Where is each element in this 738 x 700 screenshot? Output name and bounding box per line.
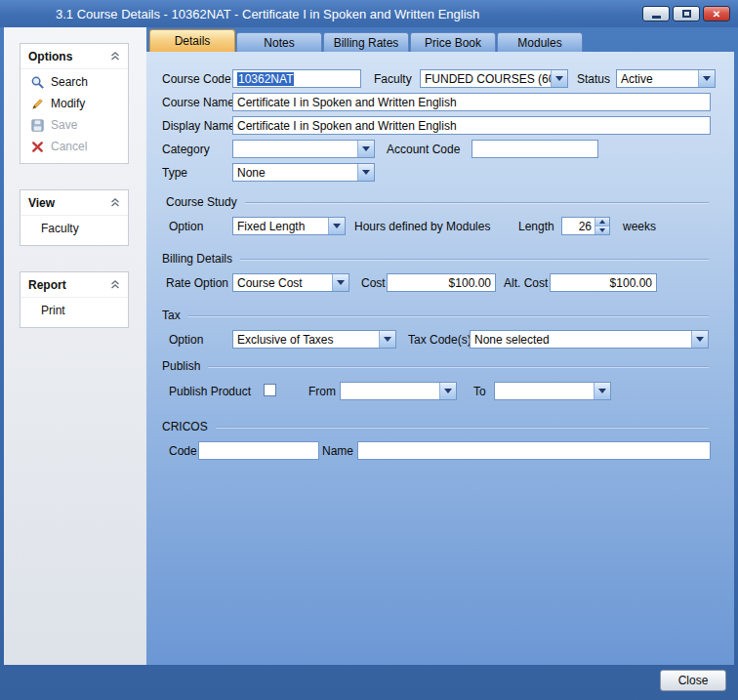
alt-cost-input[interactable]: $100.00 bbox=[550, 273, 657, 292]
sidebar-item-cancel[interactable]: Cancel bbox=[20, 136, 128, 157]
tab-label: Notes bbox=[264, 36, 294, 50]
dropdown-arrow-icon[interactable] bbox=[439, 383, 456, 399]
dropdown-arrow-icon[interactable] bbox=[357, 141, 374, 157]
tab-label: Modules bbox=[517, 36, 561, 50]
window-controls: ✕ bbox=[642, 6, 730, 21]
length-label: Length bbox=[518, 220, 554, 233]
tax-option-select[interactable]: Exclusive of Taxes bbox=[232, 330, 396, 349]
alt-cost-value: $100.00 bbox=[610, 276, 652, 290]
view-panel-header[interactable]: View bbox=[20, 190, 128, 216]
tax-section-header: Tax bbox=[162, 309, 709, 322]
maximize-button[interactable] bbox=[673, 6, 700, 21]
publish-product-label: Publish Product bbox=[169, 385, 251, 398]
cricos-code-label: Code bbox=[169, 444, 197, 458]
details-tab-content: Course Code 10362NAT Faculty FUNDED COUR… bbox=[146, 52, 734, 665]
tab-details[interactable]: Details bbox=[149, 29, 235, 52]
stepper-down-icon[interactable] bbox=[595, 226, 609, 234]
save-icon bbox=[30, 118, 45, 133]
window-title: 3.1 Course Details - 10362NAT - Certific… bbox=[56, 7, 479, 21]
publish-to-label: To bbox=[473, 385, 486, 398]
faculty-select[interactable]: FUNDED COURSES (6003) bbox=[420, 69, 568, 88]
faculty-value: FUNDED COURSES (6003) bbox=[421, 70, 551, 87]
dropdown-arrow-icon[interactable] bbox=[691, 331, 708, 348]
status-value: Active bbox=[617, 70, 698, 87]
rate-option-label: Rate Option bbox=[166, 276, 228, 290]
stepper-buttons bbox=[594, 218, 609, 234]
sidebar-item-search[interactable]: Search bbox=[20, 71, 128, 93]
dropdown-arrow-icon[interactable] bbox=[698, 70, 715, 87]
title-bar: 3.1 Course Details - 10362NAT - Certific… bbox=[0, 0, 738, 27]
display-name-input[interactable]: Certificate I in Spoken and Written Engl… bbox=[232, 116, 711, 135]
cost-input[interactable]: $100.00 bbox=[387, 273, 496, 292]
stepper-up-icon[interactable] bbox=[595, 218, 609, 226]
publish-from-select[interactable] bbox=[340, 382, 457, 400]
tab-modules[interactable]: Modules bbox=[497, 32, 583, 52]
sidebar-item-save[interactable]: Save bbox=[20, 114, 128, 136]
type-select[interactable]: None bbox=[232, 163, 375, 182]
tax-codes-label: Tax Code(s) bbox=[408, 333, 472, 347]
section-rule bbox=[240, 259, 709, 260]
tab-label: Billing Rates bbox=[334, 36, 399, 50]
category-select[interactable] bbox=[232, 140, 375, 158]
sidebar: Options Search Modify bbox=[4, 27, 146, 665]
dropdown-arrow-icon[interactable] bbox=[332, 274, 348, 291]
tab-billing-rates[interactable]: Billing Rates bbox=[323, 32, 409, 52]
collapse-chevron-icon[interactable] bbox=[110, 280, 120, 289]
rate-option-select[interactable]: Course Cost bbox=[232, 273, 349, 292]
course-study-option-select[interactable]: Fixed Length bbox=[232, 217, 346, 235]
tax-option-label: Option bbox=[169, 333, 203, 347]
dropdown-arrow-icon[interactable] bbox=[357, 164, 374, 181]
publish-to-select[interactable] bbox=[494, 382, 611, 400]
tab-price-book[interactable]: Price Book bbox=[410, 32, 496, 52]
report-panel-title: Report bbox=[28, 278, 66, 292]
sidebar-item-faculty[interactable]: Faculty bbox=[20, 218, 128, 239]
cost-label: Cost bbox=[361, 276, 386, 290]
tab-notes[interactable]: Notes bbox=[236, 32, 322, 52]
course-code-value: 10362NAT bbox=[237, 72, 294, 86]
report-panel-body: Print bbox=[20, 298, 128, 327]
publish-product-checkbox[interactable] bbox=[264, 384, 276, 396]
cricos-section-header: CRICOS bbox=[162, 420, 709, 433]
search-icon bbox=[30, 75, 45, 90]
report-panel-header[interactable]: Report bbox=[20, 272, 128, 298]
status-select[interactable]: Active bbox=[616, 69, 716, 88]
course-name-input[interactable]: Certificate I in Spoken and Written Engl… bbox=[232, 93, 711, 111]
publish-from-label: From bbox=[308, 385, 336, 398]
course-name-value: Certificate I in Spoken and Written Engl… bbox=[237, 96, 457, 109]
dropdown-arrow-icon[interactable] bbox=[328, 218, 345, 234]
section-rule bbox=[216, 427, 709, 428]
section-rule bbox=[245, 202, 709, 203]
close-button[interactable]: Close bbox=[660, 670, 726, 691]
account-code-input[interactable] bbox=[472, 140, 598, 158]
sidebar-item-print[interactable]: Print bbox=[20, 300, 128, 321]
tab-strip: Details Notes Billing Rates Price Book M… bbox=[146, 27, 734, 52]
view-panel-title: View bbox=[28, 196, 55, 210]
close-window-button[interactable]: ✕ bbox=[703, 6, 730, 21]
length-stepper[interactable]: 26 bbox=[561, 217, 610, 235]
tab-label: Details bbox=[175, 34, 211, 48]
type-value: None bbox=[233, 164, 357, 181]
cricos-name-input[interactable] bbox=[357, 441, 711, 460]
section-rule bbox=[188, 315, 709, 316]
tax-title: Tax bbox=[162, 309, 181, 322]
category-value bbox=[233, 141, 357, 157]
type-label: Type bbox=[162, 166, 187, 180]
course-study-section-header: Course Study bbox=[166, 195, 709, 209]
course-code-input[interactable]: 10362NAT bbox=[232, 69, 361, 88]
sidebar-item-label: Save bbox=[51, 118, 77, 132]
dropdown-arrow-icon[interactable] bbox=[379, 331, 395, 348]
collapse-chevron-icon[interactable] bbox=[110, 198, 120, 207]
dropdown-arrow-icon[interactable] bbox=[594, 383, 610, 399]
course-code-label: Course Code bbox=[162, 72, 231, 86]
options-panel-body: Search Modify Save bbox=[20, 69, 128, 163]
dropdown-arrow-icon[interactable] bbox=[551, 70, 567, 87]
options-panel-header[interactable]: Options bbox=[20, 44, 128, 69]
sidebar-item-modify[interactable]: Modify bbox=[20, 93, 128, 114]
collapse-chevron-icon[interactable] bbox=[110, 52, 120, 61]
minimize-button[interactable] bbox=[642, 6, 670, 21]
alt-cost-label: Alt. Cost bbox=[504, 276, 548, 290]
minimize-icon bbox=[652, 16, 661, 19]
tax-codes-select[interactable]: None selected bbox=[470, 330, 709, 349]
cricos-code-input[interactable] bbox=[198, 441, 319, 460]
report-panel: Report Print bbox=[20, 271, 129, 328]
